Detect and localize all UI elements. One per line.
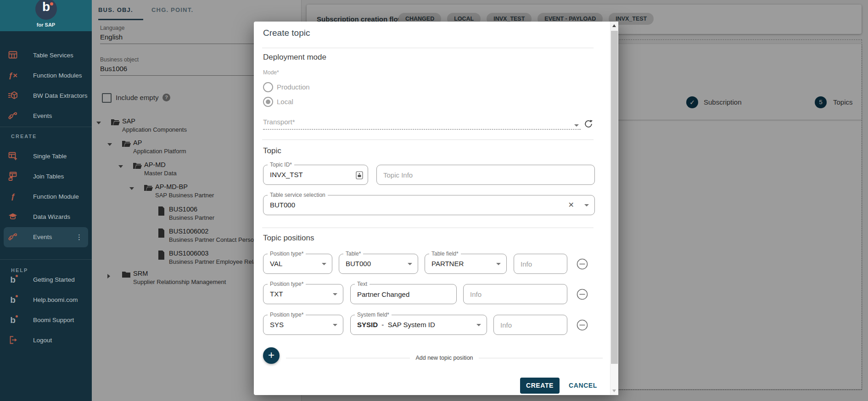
position-type-select-row3[interactable]: Position type* SYS [263,315,343,335]
sidebar-item-logout[interactable]: Logout [0,330,92,351]
sidebar-item-label: Function Module [33,187,79,207]
table-field-select-row1[interactable]: Table field* PARTNER [425,254,507,274]
chevron-down-icon[interactable] [322,263,326,265]
remove-position-icon[interactable] [577,319,588,331]
table-service-selection-field[interactable]: Table service selection BUT000 ✕ [263,195,595,215]
refresh-icon[interactable] [583,119,594,131]
sidebar-item-data-wizards[interactable]: Data Wizards [0,207,92,227]
sidebar-item-label: Table Services [33,45,73,66]
system-field-select-row3[interactable]: System field* SYSID - SAP System ID [350,315,487,335]
chevron-down-icon[interactable] [333,324,337,326]
sidebar-item-function-module[interactable]: ƒ Function Module [0,187,92,207]
sidebar-item-bw-data-extractors[interactable]: BW Data Extractors [0,86,92,106]
modal-scrollbar[interactable] [610,22,618,395]
transport-select[interactable] [263,120,581,130]
chevron-down-icon[interactable] [333,293,337,295]
boomi-b-icon: b [7,315,18,326]
kebab-menu-icon[interactable]: ⋮ [76,227,83,247]
local-radio[interactable] [263,97,273,107]
sidebar-item-label: Logout [33,330,52,351]
info-field-row1[interactable] [514,254,567,274]
scroll-down-icon[interactable] [610,387,618,395]
production-radio-label: Production [277,83,310,91]
scrollbar-thumb[interactable] [611,31,618,364]
chevron-down-icon[interactable] [584,204,589,206]
events-icon [7,111,18,122]
position-type-select-row1[interactable]: Position type* VAL [263,254,332,274]
cancel-button[interactable]: CANCEL [569,378,597,394]
dialog-title: Create topic [263,28,310,38]
table-service-value: BUT000 [270,195,295,215]
sidebar-item-table-services[interactable]: Table Services [0,45,92,66]
function-modules-icon: ƒ× [7,70,18,81]
production-radio[interactable] [263,82,273,92]
boomi-b-icon: b [7,274,18,285]
sidebar-item-function-modules[interactable]: ƒ× Function Modules [0,66,92,86]
sidebar-item-label: Join Tables [33,167,64,187]
events-icon [7,232,18,243]
info-field-row2[interactable] [463,284,567,304]
sidebar-item-label: BW Data Extractors [33,86,88,106]
sidebar: b for SAP Table Services ƒ× Function Mod… [0,0,92,401]
sidebar-item-getting-started[interactable]: b Getting Started [0,270,92,290]
local-radio-label: Local [277,98,293,106]
add-position-label: Add new topic position [415,355,473,361]
table-select-row1[interactable]: Table* BUT000 [339,254,418,274]
app-root: b for SAP Table Services ƒ× Function Mod… [0,0,868,401]
chevron-down-icon[interactable] [408,263,412,265]
sidebar-item-boomi-support[interactable]: b Boomi Support [0,310,92,330]
divider [262,48,594,48]
divider [262,228,594,228]
sidebar-item-events[interactable]: Events [0,106,92,126]
sidebar-item-label: Data Wizards [33,207,70,227]
sidebar-item-label: Events [33,106,52,126]
chevron-down-icon[interactable] [476,324,481,326]
table-services-icon [7,50,18,61]
deployment-mode-heading: Deployment mode [263,53,326,62]
single-table-icon [7,151,18,162]
topic-positions-heading: Topic positions [263,234,314,243]
remove-position-icon[interactable] [577,289,588,300]
info-input[interactable] [464,284,567,304]
clear-icon[interactable]: ✕ [568,200,574,209]
logout-icon [7,335,18,346]
function-module-icon: ƒ [7,191,18,202]
position-type-value: VAL [270,254,282,273]
add-topic-position-button[interactable]: + [263,347,280,364]
create-section-header: CREATE [11,134,37,139]
boomi-logo-letter: b [35,0,57,14]
sidebar-item-label: Boomi Support [33,310,74,330]
sidebar-item-label: Help.boomi.com [33,290,78,310]
sidebar-item-join-tables[interactable]: Join Tables [0,167,92,187]
sidebar-item-help-boomi-com[interactable]: b Help.boomi.com [0,290,92,310]
topic-id-value: INVX_TST [270,165,303,184]
sidebar-item-label: Function Modules [33,66,82,86]
system-field-value: SYSID - SAP System ID [357,315,435,334]
table-value: BUT000 [346,254,371,273]
remove-position-icon[interactable] [577,258,588,270]
sidebar-divider [0,127,92,127]
topic-info-input[interactable] [377,165,594,184]
mode-label: Mode* [263,69,279,76]
text-field-row2[interactable]: Text [350,284,457,304]
chevron-down-icon[interactable] [574,124,579,127]
sidebar-item-label: Events [33,227,52,247]
chevron-down-icon[interactable] [496,263,501,265]
position-type-value: SYS [270,315,284,334]
topic-info-field[interactable] [376,165,595,185]
topic-heading: Topic [263,146,281,156]
data-wizards-icon [7,212,18,223]
topic-id-field[interactable]: Topic ID* INVX_TST [263,165,368,185]
create-button[interactable]: CREATE [520,378,560,394]
boomi-logo-dot [50,2,53,6]
info-input[interactable] [514,254,567,273]
sidebar-item-events-create[interactable]: Events ⋮ [4,227,88,247]
info-input[interactable] [494,315,567,334]
sidebar-item-single-table[interactable]: Single Table [0,146,92,167]
sidebar-item-label: Getting Started [33,270,75,290]
logo-header: b for SAP [0,0,92,31]
text-input[interactable] [351,284,456,304]
position-type-select-row2[interactable]: Position type* TXT [263,284,343,304]
scroll-up-icon[interactable] [610,22,618,30]
info-field-row3[interactable] [493,315,567,335]
